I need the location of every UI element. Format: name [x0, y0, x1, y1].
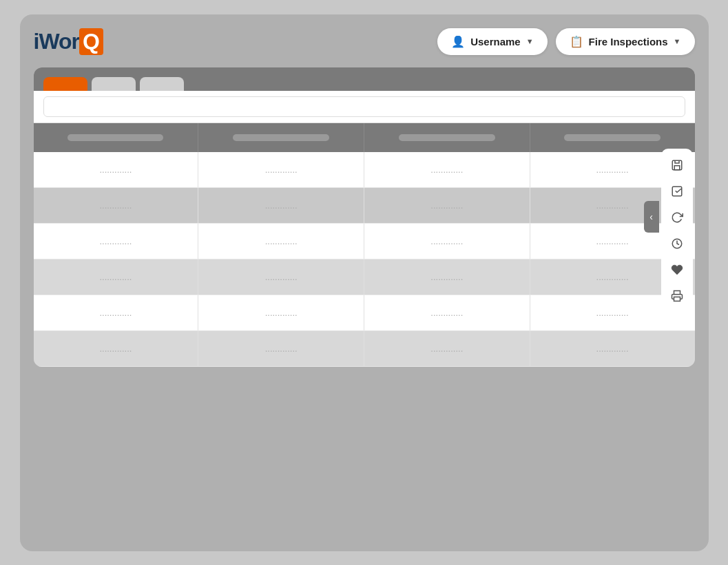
side-panel: [659, 95, 695, 367]
table-cell: .............: [198, 187, 364, 223]
header: iWorQ 👤 Username ▼ 📋 Fire Inspections ▼: [34, 28, 695, 55]
table-cell: .............: [364, 223, 530, 259]
table-cell: .............: [34, 152, 198, 188]
username-label: Username: [470, 36, 521, 47]
icon-panel: [661, 149, 693, 312]
table-cell: .............: [198, 223, 364, 259]
data-table: ........................................…: [34, 123, 695, 367]
tab-1[interactable]: [43, 77, 87, 91]
table-cell: .............: [364, 187, 530, 223]
svg-rect-1: [674, 166, 680, 170]
svg-rect-4: [674, 297, 680, 301]
tab-bar: [34, 67, 695, 91]
col-header-1: [34, 123, 198, 152]
module-icon: 📋: [570, 35, 583, 48]
print-button[interactable]: [665, 284, 689, 308]
refresh-button[interactable]: [665, 205, 689, 230]
svg-rect-2: [672, 186, 682, 196]
collapse-panel-button[interactable]: ‹: [644, 201, 659, 233]
save-button[interactable]: [665, 153, 689, 178]
module-chevron: ▼: [674, 37, 681, 45]
col-header-3: [364, 123, 530, 152]
logo: iWorQ: [34, 28, 103, 55]
table-cell: .............: [198, 295, 364, 330]
search-bar: [34, 91, 695, 123]
table-cell: .............: [198, 330, 364, 366]
header-buttons: 👤 Username ▼ 📋 Fire Inspections ▼: [437, 28, 694, 55]
user-icon: 👤: [451, 35, 465, 48]
table-cell: .............: [364, 295, 530, 330]
favorite-button[interactable]: [665, 257, 689, 282]
table-cell: .............: [364, 152, 530, 188]
table-cell: .............: [34, 223, 198, 259]
username-button[interactable]: 👤 Username ▼: [437, 28, 547, 55]
logo-text-iwork: iWor: [34, 29, 80, 54]
module-button[interactable]: 📋 Fire Inspections ▼: [556, 28, 695, 55]
table-cell: .............: [34, 295, 198, 330]
table-cell: .............: [198, 259, 364, 295]
tab-2[interactable]: [92, 77, 136, 91]
table-cell: .............: [34, 187, 198, 223]
tab-3[interactable]: [140, 77, 184, 91]
table-cell: .............: [364, 259, 530, 295]
table-wrapper: ........................................…: [34, 123, 695, 367]
table-cell: .............: [198, 152, 364, 188]
search-input[interactable]: [43, 96, 685, 117]
table-cell: .............: [34, 259, 198, 295]
history-button[interactable]: [665, 231, 689, 256]
main-content: ........................................…: [34, 67, 695, 367]
col-header-2: [198, 123, 364, 152]
logo-q: Q: [79, 28, 103, 55]
username-chevron: ▼: [526, 37, 534, 45]
table-cell: .............: [364, 330, 530, 366]
table-cell: .............: [34, 330, 198, 366]
module-label: Fire Inspections: [589, 36, 668, 47]
check-button[interactable]: [665, 179, 689, 204]
